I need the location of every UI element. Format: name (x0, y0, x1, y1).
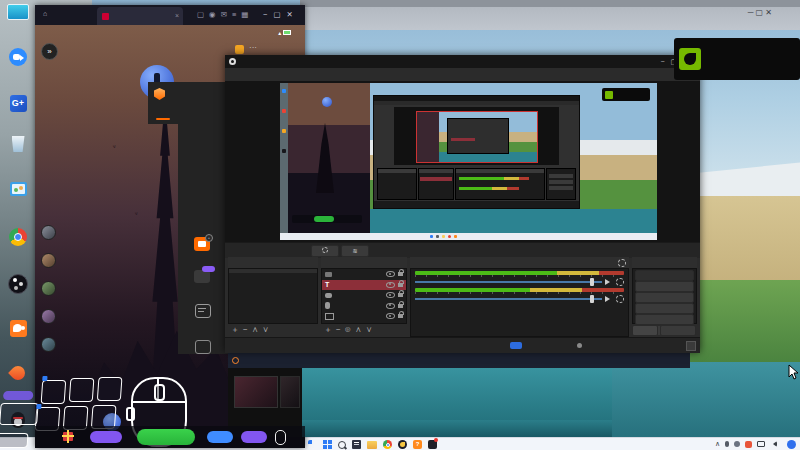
volume-icon[interactable] (605, 279, 613, 285)
visibility-icon[interactable] (386, 282, 395, 288)
emulator-toolbar-icons[interactable]: ▢◉✉≡▦ (197, 10, 253, 19)
sources-header[interactable] (321, 257, 407, 268)
visibility-icon[interactable] (386, 292, 395, 298)
scene-row[interactable] (229, 269, 317, 273)
tray-chevron-icon[interactable]: ∧ (715, 440, 720, 448)
keyboard-icon (325, 293, 332, 298)
source-row-keyboard[interactable] (322, 290, 406, 301)
mixer-ch1-slider[interactable] (415, 281, 602, 283)
background-window-controls[interactable]: ─ ▢ ✕ (748, 8, 772, 17)
background-window-band: ─ ▢ ✕ (300, 0, 800, 30)
seat-avatar[interactable] (41, 309, 56, 324)
seat-avatar[interactable] (41, 281, 56, 296)
desktop-icon-this-pc[interactable] (1, 4, 35, 48)
sources-toolbar[interactable]: ＋−⊙∧∨ (321, 324, 407, 337)
desktop-icon-meeting[interactable] (1, 48, 35, 92)
visibility-icon[interactable] (386, 271, 395, 277)
tab-close-icon[interactable]: × (175, 12, 179, 19)
douyu-icon (10, 320, 27, 337)
character-orb-small[interactable] (103, 413, 121, 431)
scenes-toolbar[interactable]: ＋−∧∨ (228, 324, 318, 337)
visibility-icon[interactable] (386, 303, 395, 309)
desktop-icon-obs[interactable] (1, 274, 35, 320)
orange-app-icon[interactable]: ? (413, 440, 422, 449)
sidebar-extra-icon[interactable] (195, 340, 211, 354)
display-tray-icon[interactable] (757, 441, 765, 447)
slider-handle[interactable] (590, 295, 594, 303)
seat-avatar[interactable] (41, 225, 56, 240)
mixer-gear-icon[interactable] (618, 259, 626, 267)
source-row-camera[interactable] (322, 269, 406, 280)
seat-avatar[interactable] (41, 337, 56, 352)
speaker-icon[interactable] (770, 441, 777, 447)
companion-tray-icon[interactable] (745, 441, 752, 448)
mixer-body (410, 268, 629, 337)
volume-icon[interactable] (605, 296, 613, 302)
dark-app-icon[interactable] (398, 440, 407, 449)
source-row-mouse[interactable] (322, 301, 406, 312)
g-plus-icon: G+ (10, 95, 27, 112)
tab-scene-transitions[interactable] (660, 325, 696, 336)
task-view-icon[interactable] (352, 440, 361, 449)
more-options-icon[interactable]: ··· (249, 43, 257, 52)
companion-preview-area (302, 368, 612, 437)
read-danmu-icon[interactable] (195, 304, 211, 318)
microphone-icon[interactable] (725, 441, 729, 447)
desktop-icon-chrome[interactable] (1, 228, 35, 274)
obs-preview[interactable] (225, 81, 700, 242)
desktop-icon-douyu[interactable] (1, 320, 35, 366)
desktop-icon-huorong[interactable] (1, 366, 35, 412)
lock-icon[interactable] (398, 283, 403, 287)
channel-gear-icon[interactable] (616, 295, 624, 303)
battery-icon (283, 30, 291, 35)
companion-taskbar-icon[interactable] (428, 440, 437, 449)
emulator-titlebar[interactable]: ⌂ × ▢◉✉≡▦ −▢✕ (35, 5, 305, 25)
tab-controls[interactable] (632, 325, 658, 336)
settings-tray-icon[interactable] (734, 441, 740, 447)
visibility-icon[interactable] (386, 313, 395, 319)
obs-titlebar[interactable]: −▢✕ (225, 55, 700, 68)
lock-icon[interactable] (398, 304, 403, 308)
obs-logo-icon (229, 58, 236, 65)
qq-icon (11, 412, 25, 428)
start-recording-button[interactable] (635, 281, 694, 292)
streamer-avatar[interactable]: » (41, 43, 58, 60)
source-row-text-selected[interactable]: T (322, 280, 406, 291)
filters-button[interactable]: ≋ (341, 245, 369, 257)
emulator-window-controls[interactable]: −▢✕ (263, 10, 299, 19)
chrome-taskbar-icon[interactable] (383, 440, 392, 449)
desktop-icon-recycle-bin[interactable] (1, 136, 35, 182)
start-grid-icon[interactable] (323, 440, 332, 449)
companion-statusbar (228, 352, 690, 368)
home-tab[interactable]: ⌂ (43, 10, 47, 17)
desktop-icon-booster[interactable]: G+ (1, 92, 35, 136)
geforce-toast[interactable] (674, 38, 800, 80)
danmu-helper-icon[interactable]: + (194, 237, 210, 251)
obs-statusbar (225, 337, 700, 353)
mixer-ch2-slider[interactable] (415, 298, 602, 300)
source-row-display[interactable] (322, 311, 406, 322)
video-link-icon[interactable] (194, 270, 210, 283)
scene-thumbnail[interactable] (234, 376, 278, 408)
start-button-icon[interactable] (308, 440, 317, 449)
properties-button[interactable] (311, 245, 339, 257)
lock-icon[interactable] (398, 272, 403, 276)
capture-mini-obs (373, 95, 580, 209)
stop-streaming-button[interactable] (635, 270, 694, 281)
virtual-camera-button[interactable] (635, 292, 694, 303)
settings-button[interactable] (635, 314, 694, 325)
mixer-header[interactable] (410, 257, 629, 268)
seat-avatar[interactable] (41, 253, 56, 268)
search-icon[interactable] (338, 441, 346, 449)
scenes-header[interactable] (228, 257, 318, 268)
channel-gear-icon[interactable] (616, 278, 624, 286)
scene-thumbnail[interactable] (280, 376, 300, 408)
file-explorer-icon[interactable] (367, 441, 377, 449)
studio-mode-button[interactable] (635, 303, 694, 314)
desktop-icon-drawing-board[interactable] (1, 182, 35, 228)
slider-handle[interactable] (590, 278, 594, 286)
lock-icon[interactable] (398, 314, 403, 318)
notification-badge[interactable] (787, 440, 796, 449)
lock-icon[interactable] (398, 293, 403, 297)
tab-blood-clocktower[interactable]: × (97, 7, 183, 25)
